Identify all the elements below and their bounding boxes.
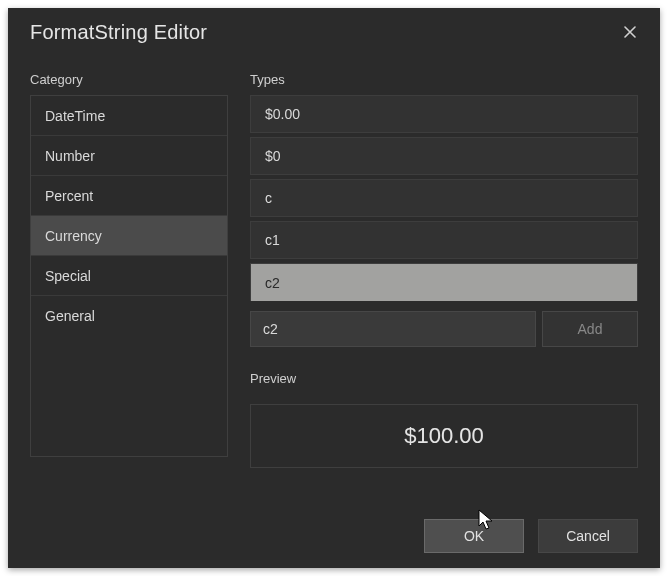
category-label: Category (30, 72, 228, 87)
category-item-general[interactable]: General (31, 296, 227, 336)
type-item[interactable]: c1 (250, 221, 638, 259)
titlebar: FormatString Editor (8, 8, 660, 56)
category-column: Category DateTime Number Percent Currenc… (30, 72, 228, 504)
cancel-button[interactable]: Cancel (538, 519, 638, 553)
format-input[interactable] (250, 311, 536, 347)
category-item-currency[interactable]: Currency (31, 216, 227, 256)
preview-label: Preview (250, 371, 638, 386)
preview-value: $100.00 (404, 423, 484, 449)
close-icon[interactable] (616, 18, 644, 46)
category-item-percent[interactable]: Percent (31, 176, 227, 216)
type-item[interactable]: $0.00 (250, 95, 638, 133)
category-item-special[interactable]: Special (31, 256, 227, 296)
ok-button[interactable]: OK (424, 519, 524, 553)
add-row: Add (250, 311, 638, 347)
type-item-selected[interactable]: c2 (250, 263, 638, 301)
dialog-content: Category DateTime Number Percent Currenc… (8, 56, 660, 504)
type-item[interactable]: c (250, 179, 638, 217)
dialog-footer: OK Cancel (8, 504, 660, 568)
types-label: Types (250, 72, 638, 87)
category-item-datetime[interactable]: DateTime (31, 96, 227, 136)
category-list: DateTime Number Percent Currency Special… (30, 95, 228, 457)
dialog-title: FormatString Editor (30, 21, 207, 44)
type-item[interactable]: $0 (250, 137, 638, 175)
formatstring-editor-dialog: FormatString Editor Category DateTime Nu… (8, 8, 660, 568)
types-column: Types $0.00 $0 c c1 c2 Add Preview $100.… (250, 72, 638, 504)
add-button[interactable]: Add (542, 311, 638, 347)
category-item-number[interactable]: Number (31, 136, 227, 176)
preview-box: $100.00 (250, 404, 638, 468)
types-list: $0.00 $0 c c1 c2 (250, 95, 638, 305)
